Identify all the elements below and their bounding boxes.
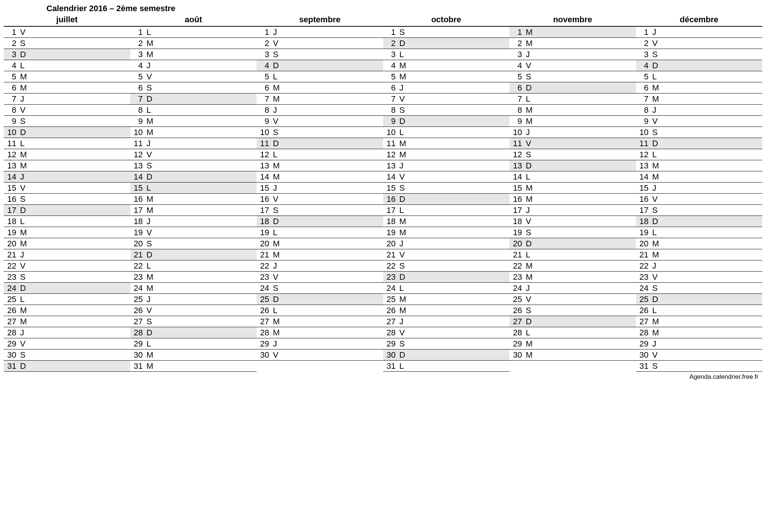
day-of-week: D [526,239,534,249]
day-of-week: S [273,128,281,137]
day-of-week: J [526,206,534,215]
day-cell: 25V [509,294,636,305]
day-number: 13 [385,161,396,171]
day-number: 19 [638,228,649,237]
day-cell: 20S [130,238,257,249]
day-of-week: M [20,306,28,315]
day-number: 15 [638,183,649,193]
calendar-title: Calendrier 2016 – 2ème semestre [4,4,762,13]
day-number: 26 [259,306,269,315]
day-of-week: L [400,283,408,293]
day-of-week: J [652,105,661,115]
day-cell: 18J [130,216,257,227]
day-of-week: J [652,261,661,271]
day-cell: 5S [509,71,636,82]
day-cell: 13J [383,160,510,171]
day-cell: 9M [130,116,257,127]
day-cell: 8M [509,105,636,116]
day-of-week: L [20,295,28,304]
day-of-week: L [273,150,281,160]
day-number: 31 [638,361,649,371]
day-cell: 17S [257,205,383,216]
day-cell: 22L [130,260,257,272]
day-of-week: M [526,39,534,48]
day-number: 21 [133,250,143,260]
day-cell: 5L [257,71,383,82]
day-of-week: M [652,239,661,249]
day-cell: 1V [4,27,130,38]
day-number: 29 [6,339,16,349]
day-cell: 27M [257,316,383,327]
day-cell: 3M [130,49,257,60]
day-cell: 27M [636,316,763,327]
day-cell: 12L [636,149,763,160]
day-cell: 31M [130,361,257,372]
day-of-week: D [400,116,408,126]
day-of-week: M [652,317,661,326]
month-column: décembre1J2V3S4D5L6M7M8J9V10S11D12L13M14… [636,14,763,372]
day-number: 26 [512,306,522,315]
day-number: 19 [385,228,396,237]
day-cell: 1L [130,27,257,38]
day-of-week: M [400,306,408,315]
day-cell: 26V [130,305,257,316]
day-of-week: M [400,139,408,148]
day-number: 22 [638,261,649,271]
day-cell: 22S [383,260,510,272]
day-number: 10 [6,128,16,137]
day-of-week: L [147,183,155,193]
day-number: 8 [385,105,396,115]
day-cell: 14M [257,171,383,183]
day-cell: 23S [4,272,130,283]
day-of-week: L [652,228,661,237]
day-of-week: S [273,283,281,293]
day-of-week: M [147,39,155,48]
day-cell: 29S [383,338,510,349]
day-cell: 23V [636,272,763,283]
day-cell: 27J [383,316,510,327]
day-cell: 7V [383,93,510,105]
day-cell: 3J [509,49,636,60]
day-number: 29 [259,339,269,349]
month-column: octobre1S2D3L4M5M6J7V8S9D10L11M12M13J14V… [383,14,510,372]
day-of-week: S [400,105,408,115]
day-cell: 9S [4,116,130,127]
day-of-week: S [273,206,281,215]
day-cell: 26L [636,305,763,316]
month-column: juillet1V2S3D4L5M6M7J8V9S10D11L12M13M14J… [4,14,130,372]
day-of-week: S [652,128,661,137]
day-of-week: L [20,139,28,148]
day-of-week: V [273,194,281,204]
day-of-week: D [147,250,155,260]
day-number: 10 [385,128,396,137]
day-of-week: M [147,283,155,293]
day-number: 13 [133,161,143,171]
month-header: octobre [383,14,510,27]
day-number: 16 [512,194,522,204]
day-cell: 25D [636,294,763,305]
day-number: 24 [385,283,396,293]
day-cell: 18L [4,216,130,227]
calendar-grid: juillet1V2S3D4L5M6M7J8V9S10D11L12M13M14J… [4,14,762,372]
day-of-week: D [273,217,281,226]
day-number: 27 [133,317,143,326]
day-number: 15 [385,183,396,193]
day-cell: 21M [636,249,763,260]
day-number: 27 [259,317,269,326]
day-number: 29 [133,339,143,349]
day-cell: 15L [130,183,257,194]
day-cell: 12S [509,149,636,160]
day-of-week: M [652,94,661,104]
day-of-week: L [526,328,534,338]
day-number: 2 [6,39,16,48]
day-of-week: J [147,61,155,70]
day-of-week: S [147,239,155,249]
day-cell: 11D [257,138,383,149]
day-cell: 23D [383,272,510,283]
day-of-week: M [273,172,281,182]
day-cell: 12L [257,149,383,160]
day-number: 28 [385,328,396,338]
day-cell: 5L [636,71,763,82]
day-number: 7 [6,94,16,104]
day-number: 23 [133,272,143,282]
